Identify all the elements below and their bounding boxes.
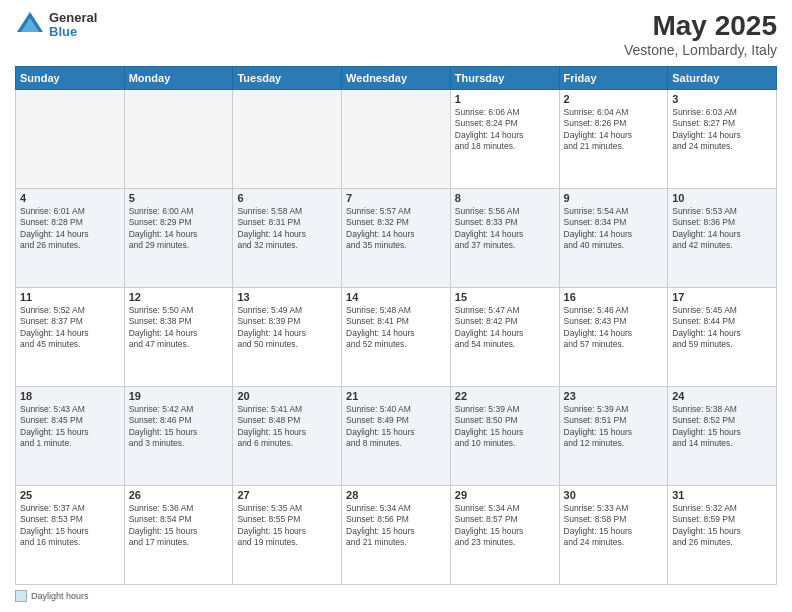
calendar-cell: 3Sunrise: 6:03 AM Sunset: 8:27 PM Daylig…: [668, 90, 777, 189]
calendar-day-header: Monday: [124, 67, 233, 90]
day-number: 10: [672, 192, 772, 204]
day-info: Sunrise: 5:53 AM Sunset: 8:36 PM Dayligh…: [672, 206, 772, 252]
day-number: 18: [20, 390, 120, 402]
calendar-cell: 26Sunrise: 5:36 AM Sunset: 8:54 PM Dayli…: [124, 486, 233, 585]
day-number: 12: [129, 291, 229, 303]
title-location: Vestone, Lombardy, Italy: [624, 42, 777, 58]
header: General Blue May 2025 Vestone, Lombardy,…: [15, 10, 777, 58]
logo-general: General: [49, 11, 97, 25]
day-number: 8: [455, 192, 555, 204]
day-number: 30: [564, 489, 664, 501]
calendar-cell: 1Sunrise: 6:06 AM Sunset: 8:24 PM Daylig…: [450, 90, 559, 189]
footer: Daylight hours: [15, 590, 777, 602]
calendar-cell: 5Sunrise: 6:00 AM Sunset: 8:29 PM Daylig…: [124, 189, 233, 288]
day-info: Sunrise: 5:32 AM Sunset: 8:59 PM Dayligh…: [672, 503, 772, 549]
calendar-cell: [342, 90, 451, 189]
day-info: Sunrise: 5:35 AM Sunset: 8:55 PM Dayligh…: [237, 503, 337, 549]
day-number: 5: [129, 192, 229, 204]
day-info: Sunrise: 5:45 AM Sunset: 8:44 PM Dayligh…: [672, 305, 772, 351]
calendar-cell: 17Sunrise: 5:45 AM Sunset: 8:44 PM Dayli…: [668, 288, 777, 387]
day-info: Sunrise: 5:39 AM Sunset: 8:51 PM Dayligh…: [564, 404, 664, 450]
day-info: Sunrise: 5:46 AM Sunset: 8:43 PM Dayligh…: [564, 305, 664, 351]
logo-text: General Blue: [49, 11, 97, 40]
calendar-cell: 20Sunrise: 5:41 AM Sunset: 8:48 PM Dayli…: [233, 387, 342, 486]
day-number: 3: [672, 93, 772, 105]
day-number: 20: [237, 390, 337, 402]
page: General Blue May 2025 Vestone, Lombardy,…: [0, 0, 792, 612]
calendar-cell: 30Sunrise: 5:33 AM Sunset: 8:58 PM Dayli…: [559, 486, 668, 585]
calendar-cell: 10Sunrise: 5:53 AM Sunset: 8:36 PM Dayli…: [668, 189, 777, 288]
calendar-day-header: Wednesday: [342, 67, 451, 90]
day-info: Sunrise: 5:54 AM Sunset: 8:34 PM Dayligh…: [564, 206, 664, 252]
day-number: 29: [455, 489, 555, 501]
calendar-header-row: SundayMondayTuesdayWednesdayThursdayFrid…: [16, 67, 777, 90]
day-number: 14: [346, 291, 446, 303]
calendar-cell: 23Sunrise: 5:39 AM Sunset: 8:51 PM Dayli…: [559, 387, 668, 486]
day-info: Sunrise: 6:06 AM Sunset: 8:24 PM Dayligh…: [455, 107, 555, 153]
day-info: Sunrise: 5:40 AM Sunset: 8:49 PM Dayligh…: [346, 404, 446, 450]
day-info: Sunrise: 5:39 AM Sunset: 8:50 PM Dayligh…: [455, 404, 555, 450]
calendar-cell: 22Sunrise: 5:39 AM Sunset: 8:50 PM Dayli…: [450, 387, 559, 486]
day-number: 9: [564, 192, 664, 204]
day-number: 13: [237, 291, 337, 303]
calendar-cell: 25Sunrise: 5:37 AM Sunset: 8:53 PM Dayli…: [16, 486, 125, 585]
calendar-day-header: Thursday: [450, 67, 559, 90]
day-info: Sunrise: 5:56 AM Sunset: 8:33 PM Dayligh…: [455, 206, 555, 252]
calendar-week-row: 11Sunrise: 5:52 AM Sunset: 8:37 PM Dayli…: [16, 288, 777, 387]
calendar-cell: [233, 90, 342, 189]
day-info: Sunrise: 6:04 AM Sunset: 8:26 PM Dayligh…: [564, 107, 664, 153]
title-month: May 2025: [624, 10, 777, 42]
day-number: 1: [455, 93, 555, 105]
calendar-day-header: Saturday: [668, 67, 777, 90]
day-number: 31: [672, 489, 772, 501]
calendar-cell: 9Sunrise: 5:54 AM Sunset: 8:34 PM Daylig…: [559, 189, 668, 288]
calendar-cell: 28Sunrise: 5:34 AM Sunset: 8:56 PM Dayli…: [342, 486, 451, 585]
calendar-week-row: 18Sunrise: 5:43 AM Sunset: 8:45 PM Dayli…: [16, 387, 777, 486]
logo-icon: [15, 10, 45, 40]
calendar-week-row: 1Sunrise: 6:06 AM Sunset: 8:24 PM Daylig…: [16, 90, 777, 189]
logo-blue: Blue: [49, 25, 97, 39]
day-number: 15: [455, 291, 555, 303]
calendar-cell: 11Sunrise: 5:52 AM Sunset: 8:37 PM Dayli…: [16, 288, 125, 387]
day-info: Sunrise: 5:57 AM Sunset: 8:32 PM Dayligh…: [346, 206, 446, 252]
day-number: 16: [564, 291, 664, 303]
day-number: 2: [564, 93, 664, 105]
day-info: Sunrise: 5:58 AM Sunset: 8:31 PM Dayligh…: [237, 206, 337, 252]
calendar-cell: 21Sunrise: 5:40 AM Sunset: 8:49 PM Dayli…: [342, 387, 451, 486]
calendar-table: SundayMondayTuesdayWednesdayThursdayFrid…: [15, 66, 777, 585]
day-info: Sunrise: 5:41 AM Sunset: 8:48 PM Dayligh…: [237, 404, 337, 450]
day-info: Sunrise: 5:49 AM Sunset: 8:39 PM Dayligh…: [237, 305, 337, 351]
day-info: Sunrise: 5:33 AM Sunset: 8:58 PM Dayligh…: [564, 503, 664, 549]
day-number: 19: [129, 390, 229, 402]
calendar-cell: 16Sunrise: 5:46 AM Sunset: 8:43 PM Dayli…: [559, 288, 668, 387]
day-info: Sunrise: 5:43 AM Sunset: 8:45 PM Dayligh…: [20, 404, 120, 450]
daylight-legend-box: [15, 590, 27, 602]
day-info: Sunrise: 6:00 AM Sunset: 8:29 PM Dayligh…: [129, 206, 229, 252]
day-number: 11: [20, 291, 120, 303]
calendar-cell: 8Sunrise: 5:56 AM Sunset: 8:33 PM Daylig…: [450, 189, 559, 288]
calendar-cell: 27Sunrise: 5:35 AM Sunset: 8:55 PM Dayli…: [233, 486, 342, 585]
day-info: Sunrise: 5:52 AM Sunset: 8:37 PM Dayligh…: [20, 305, 120, 351]
calendar-day-header: Friday: [559, 67, 668, 90]
day-number: 26: [129, 489, 229, 501]
day-info: Sunrise: 5:38 AM Sunset: 8:52 PM Dayligh…: [672, 404, 772, 450]
day-number: 27: [237, 489, 337, 501]
calendar-day-header: Sunday: [16, 67, 125, 90]
day-number: 21: [346, 390, 446, 402]
day-info: Sunrise: 5:42 AM Sunset: 8:46 PM Dayligh…: [129, 404, 229, 450]
calendar-cell: [124, 90, 233, 189]
daylight-legend-label: Daylight hours: [31, 591, 89, 601]
day-info: Sunrise: 5:36 AM Sunset: 8:54 PM Dayligh…: [129, 503, 229, 549]
calendar-cell: 6Sunrise: 5:58 AM Sunset: 8:31 PM Daylig…: [233, 189, 342, 288]
calendar-cell: 19Sunrise: 5:42 AM Sunset: 8:46 PM Dayli…: [124, 387, 233, 486]
calendar-cell: 13Sunrise: 5:49 AM Sunset: 8:39 PM Dayli…: [233, 288, 342, 387]
title-block: May 2025 Vestone, Lombardy, Italy: [624, 10, 777, 58]
calendar-cell: 24Sunrise: 5:38 AM Sunset: 8:52 PM Dayli…: [668, 387, 777, 486]
calendar-week-row: 4Sunrise: 6:01 AM Sunset: 8:28 PM Daylig…: [16, 189, 777, 288]
calendar-cell: 15Sunrise: 5:47 AM Sunset: 8:42 PM Dayli…: [450, 288, 559, 387]
calendar-week-row: 25Sunrise: 5:37 AM Sunset: 8:53 PM Dayli…: [16, 486, 777, 585]
day-info: Sunrise: 5:34 AM Sunset: 8:56 PM Dayligh…: [346, 503, 446, 549]
day-info: Sunrise: 5:48 AM Sunset: 8:41 PM Dayligh…: [346, 305, 446, 351]
day-number: 22: [455, 390, 555, 402]
day-info: Sunrise: 5:34 AM Sunset: 8:57 PM Dayligh…: [455, 503, 555, 549]
